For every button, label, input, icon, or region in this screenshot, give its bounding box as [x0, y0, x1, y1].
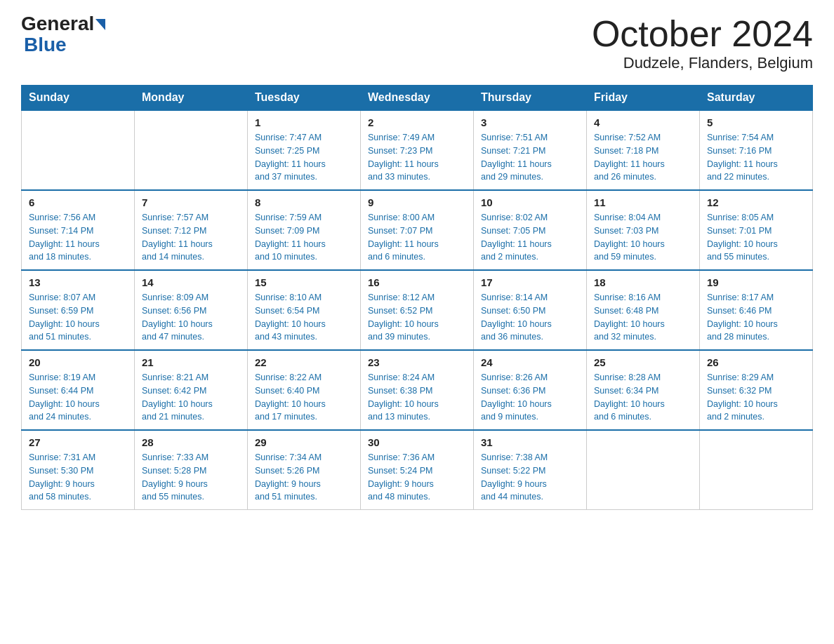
calendar-cell: 11Sunrise: 8:04 AM Sunset: 7:03 PM Dayli… — [587, 190, 700, 270]
page-header: General Blue October 2024 Dudzele, Fland… — [21, 14, 813, 72]
day-number: 19 — [707, 276, 805, 288]
day-info: Sunrise: 8:10 AM Sunset: 6:54 PM Dayligh… — [255, 291, 353, 344]
month-title: October 2024 — [592, 14, 813, 54]
day-info: Sunrise: 7:33 AM Sunset: 5:28 PM Dayligh… — [142, 451, 240, 504]
day-info: Sunrise: 7:57 AM Sunset: 7:12 PM Dayligh… — [142, 211, 240, 264]
calendar-week-row: 6Sunrise: 7:56 AM Sunset: 7:14 PM Daylig… — [22, 190, 813, 270]
day-number: 17 — [481, 276, 579, 288]
calendar-cell: 13Sunrise: 8:07 AM Sunset: 6:59 PM Dayli… — [22, 270, 135, 350]
day-info: Sunrise: 7:49 AM Sunset: 7:23 PM Dayligh… — [368, 131, 466, 184]
logo-blue-text: Blue — [24, 34, 67, 55]
day-number: 2 — [368, 116, 466, 128]
day-number: 15 — [255, 276, 353, 288]
day-number: 23 — [368, 356, 466, 368]
calendar-cell: 16Sunrise: 8:12 AM Sunset: 6:52 PM Dayli… — [361, 270, 474, 350]
calendar-cell: 22Sunrise: 8:22 AM Sunset: 6:40 PM Dayli… — [248, 350, 361, 430]
day-number: 24 — [481, 356, 579, 368]
day-number: 4 — [594, 116, 692, 128]
calendar-cell: 9Sunrise: 8:00 AM Sunset: 7:07 PM Daylig… — [361, 190, 474, 270]
day-info: Sunrise: 8:28 AM Sunset: 6:34 PM Dayligh… — [594, 371, 692, 424]
calendar-cell: 25Sunrise: 8:28 AM Sunset: 6:34 PM Dayli… — [587, 350, 700, 430]
day-number: 6 — [29, 196, 127, 208]
day-number: 25 — [594, 356, 692, 368]
logo-area: General Blue — [21, 14, 105, 56]
day-number: 16 — [368, 276, 466, 288]
day-info: Sunrise: 7:52 AM Sunset: 7:18 PM Dayligh… — [594, 131, 692, 184]
calendar-cell: 1Sunrise: 7:47 AM Sunset: 7:25 PM Daylig… — [248, 110, 361, 190]
day-info: Sunrise: 8:00 AM Sunset: 7:07 PM Dayligh… — [368, 211, 466, 264]
calendar-cell: 15Sunrise: 8:10 AM Sunset: 6:54 PM Dayli… — [248, 270, 361, 350]
calendar-cell: 10Sunrise: 8:02 AM Sunset: 7:05 PM Dayli… — [474, 190, 587, 270]
day-info: Sunrise: 8:16 AM Sunset: 6:48 PM Dayligh… — [594, 291, 692, 344]
day-info: Sunrise: 8:22 AM Sunset: 6:40 PM Dayligh… — [255, 371, 353, 424]
logo: General — [21, 14, 105, 34]
day-info: Sunrise: 7:54 AM Sunset: 7:16 PM Dayligh… — [707, 131, 805, 184]
day-info: Sunrise: 8:05 AM Sunset: 7:01 PM Dayligh… — [707, 211, 805, 264]
day-info: Sunrise: 8:09 AM Sunset: 6:56 PM Dayligh… — [142, 291, 240, 344]
calendar-cell — [700, 430, 813, 510]
calendar-week-row: 27Sunrise: 7:31 AM Sunset: 5:30 PM Dayli… — [22, 430, 813, 510]
day-number: 20 — [29, 356, 127, 368]
calendar-cell: 31Sunrise: 7:38 AM Sunset: 5:22 PM Dayli… — [474, 430, 587, 510]
calendar-cell: 8Sunrise: 7:59 AM Sunset: 7:09 PM Daylig… — [248, 190, 361, 270]
day-number: 18 — [594, 276, 692, 288]
day-info: Sunrise: 8:14 AM Sunset: 6:50 PM Dayligh… — [481, 291, 579, 344]
day-number: 26 — [707, 356, 805, 368]
weekday-header-saturday: Saturday — [700, 86, 813, 111]
day-info: Sunrise: 8:26 AM Sunset: 6:36 PM Dayligh… — [481, 371, 579, 424]
logo-general-text: General — [21, 14, 94, 34]
day-info: Sunrise: 7:31 AM Sunset: 5:30 PM Dayligh… — [29, 451, 127, 504]
calendar-cell: 18Sunrise: 8:16 AM Sunset: 6:48 PM Dayli… — [587, 270, 700, 350]
day-info: Sunrise: 7:56 AM Sunset: 7:14 PM Dayligh… — [29, 211, 127, 264]
day-info: Sunrise: 7:34 AM Sunset: 5:26 PM Dayligh… — [255, 451, 353, 504]
day-info: Sunrise: 7:51 AM Sunset: 7:21 PM Dayligh… — [481, 131, 579, 184]
calendar-cell: 19Sunrise: 8:17 AM Sunset: 6:46 PM Dayli… — [700, 270, 813, 350]
day-info: Sunrise: 8:29 AM Sunset: 6:32 PM Dayligh… — [707, 371, 805, 424]
calendar-cell: 7Sunrise: 7:57 AM Sunset: 7:12 PM Daylig… — [135, 190, 248, 270]
calendar-cell: 5Sunrise: 7:54 AM Sunset: 7:16 PM Daylig… — [700, 110, 813, 190]
weekday-header-wednesday: Wednesday — [361, 86, 474, 111]
day-number: 31 — [481, 436, 579, 448]
day-number: 28 — [142, 436, 240, 448]
day-number: 9 — [368, 196, 466, 208]
day-info: Sunrise: 7:47 AM Sunset: 7:25 PM Dayligh… — [255, 131, 353, 184]
calendar-cell: 27Sunrise: 7:31 AM Sunset: 5:30 PM Dayli… — [22, 430, 135, 510]
weekday-header-thursday: Thursday — [474, 86, 587, 111]
day-info: Sunrise: 7:38 AM Sunset: 5:22 PM Dayligh… — [481, 451, 579, 504]
day-number: 1 — [255, 116, 353, 128]
title-area: October 2024 Dudzele, Flanders, Belgium — [592, 14, 813, 72]
day-info: Sunrise: 8:19 AM Sunset: 6:44 PM Dayligh… — [29, 371, 127, 424]
day-info: Sunrise: 7:59 AM Sunset: 7:09 PM Dayligh… — [255, 211, 353, 264]
calendar-cell: 12Sunrise: 8:05 AM Sunset: 7:01 PM Dayli… — [700, 190, 813, 270]
calendar-cell: 28Sunrise: 7:33 AM Sunset: 5:28 PM Dayli… — [135, 430, 248, 510]
day-number: 13 — [29, 276, 127, 288]
day-number: 11 — [594, 196, 692, 208]
calendar-cell — [22, 110, 135, 190]
day-number: 22 — [255, 356, 353, 368]
day-info: Sunrise: 8:17 AM Sunset: 6:46 PM Dayligh… — [707, 291, 805, 344]
calendar-cell: 29Sunrise: 7:34 AM Sunset: 5:26 PM Dayli… — [248, 430, 361, 510]
calendar-week-row: 1Sunrise: 7:47 AM Sunset: 7:25 PM Daylig… — [22, 110, 813, 190]
day-number: 8 — [255, 196, 353, 208]
calendar-cell: 26Sunrise: 8:29 AM Sunset: 6:32 PM Dayli… — [700, 350, 813, 430]
calendar-cell — [587, 430, 700, 510]
day-number: 27 — [29, 436, 127, 448]
calendar-week-row: 13Sunrise: 8:07 AM Sunset: 6:59 PM Dayli… — [22, 270, 813, 350]
day-info: Sunrise: 7:36 AM Sunset: 5:24 PM Dayligh… — [368, 451, 466, 504]
weekday-header-tuesday: Tuesday — [248, 86, 361, 111]
calendar-cell: 23Sunrise: 8:24 AM Sunset: 6:38 PM Dayli… — [361, 350, 474, 430]
day-number: 3 — [481, 116, 579, 128]
calendar-cell: 24Sunrise: 8:26 AM Sunset: 6:36 PM Dayli… — [474, 350, 587, 430]
logo-arrow-icon — [95, 19, 105, 30]
day-number: 30 — [368, 436, 466, 448]
calendar-cell: 3Sunrise: 7:51 AM Sunset: 7:21 PM Daylig… — [474, 110, 587, 190]
calendar-cell — [135, 110, 248, 190]
calendar-cell: 30Sunrise: 7:36 AM Sunset: 5:24 PM Dayli… — [361, 430, 474, 510]
weekday-header-sunday: Sunday — [22, 86, 135, 111]
calendar-cell: 17Sunrise: 8:14 AM Sunset: 6:50 PM Dayli… — [474, 270, 587, 350]
day-info: Sunrise: 8:02 AM Sunset: 7:05 PM Dayligh… — [481, 211, 579, 264]
weekday-header-friday: Friday — [587, 86, 700, 111]
weekday-header-monday: Monday — [135, 86, 248, 111]
day-info: Sunrise: 8:21 AM Sunset: 6:42 PM Dayligh… — [142, 371, 240, 424]
day-info: Sunrise: 8:04 AM Sunset: 7:03 PM Dayligh… — [594, 211, 692, 264]
